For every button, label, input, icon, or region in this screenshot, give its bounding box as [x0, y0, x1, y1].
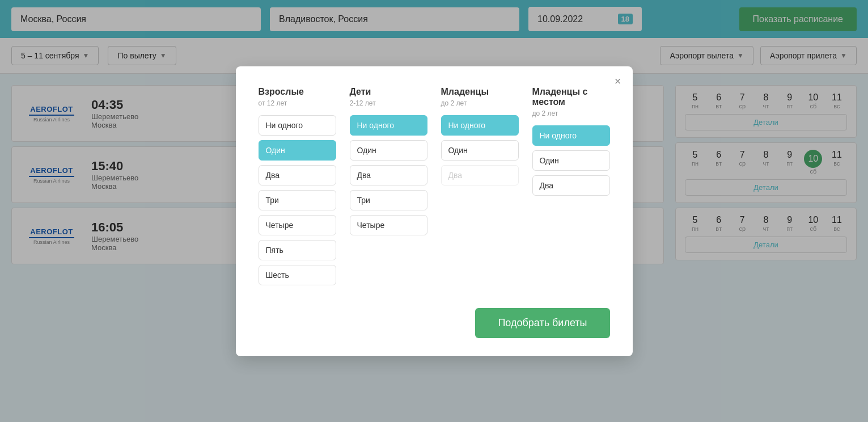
adults-option-6[interactable]: Шесть: [259, 265, 336, 285]
adults-option-3[interactable]: Три: [259, 190, 336, 210]
infants-option-2: Два: [441, 165, 519, 185]
infants-column: Младенцы до 2 лет Ни одного Один Два: [441, 87, 519, 290]
infants-subtitle: до 2 лет: [441, 99, 519, 107]
close-button[interactable]: ×: [615, 75, 621, 87]
adults-option-2[interactable]: Два: [259, 165, 336, 185]
children-subtitle: 2-12 лет: [350, 99, 427, 107]
infants-seat-subtitle: до 2 лет: [532, 109, 610, 117]
passenger-modal: × Взрослые от 12 лет Ни одного Один Два …: [236, 66, 633, 356]
infants-seat-title: Младенцы с местом: [532, 87, 610, 107]
infants-option-0[interactable]: Ни одного: [441, 115, 519, 136]
find-tickets-button[interactable]: Подобрать билеты: [475, 308, 609, 338]
children-option-3[interactable]: Три: [350, 190, 427, 210]
children-option-4[interactable]: Четыре: [350, 215, 427, 235]
infants-option-1[interactable]: Один: [441, 140, 519, 161]
adults-option-1[interactable]: Один: [259, 140, 336, 161]
infants-title: Младенцы: [441, 87, 519, 97]
infants-seat-option-1[interactable]: Один: [532, 150, 610, 171]
modal-overlay: × Взрослые от 12 лет Ни одного Один Два …: [0, 0, 868, 422]
adults-subtitle: от 12 лет: [259, 99, 336, 107]
adults-title: Взрослые: [259, 87, 336, 97]
children-option-2[interactable]: Два: [350, 165, 427, 185]
adults-option-4[interactable]: Четыре: [259, 215, 336, 235]
children-option-1[interactable]: Один: [350, 140, 427, 161]
adults-option-0[interactable]: Ни одного: [259, 115, 336, 136]
adults-column: Взрослые от 12 лет Ни одного Один Два Тр…: [259, 87, 336, 290]
infants-seat-option-2[interactable]: Два: [532, 175, 610, 196]
children-title: Дети: [350, 87, 427, 97]
adults-option-5[interactable]: Пять: [259, 240, 336, 260]
passenger-grid: Взрослые от 12 лет Ни одного Один Два Тр…: [259, 87, 610, 290]
infants-seat-option-0[interactable]: Ни одного: [532, 125, 610, 146]
children-option-0[interactable]: Ни одного: [350, 115, 427, 136]
modal-footer: Подобрать билеты: [259, 308, 610, 338]
infants-seat-column: Младенцы с местом до 2 лет Ни одного Оди…: [532, 87, 610, 290]
children-column: Дети 2-12 лет Ни одного Один Два Три Чет…: [350, 87, 427, 290]
